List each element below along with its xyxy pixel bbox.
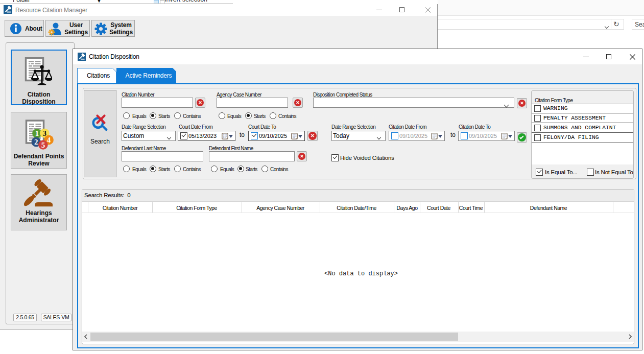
svg-text:1: 1 — [35, 129, 39, 137]
svg-text:3: 3 — [43, 129, 47, 137]
svg-text:4: 4 — [47, 136, 51, 144]
svg-text:5: 5 — [41, 141, 45, 149]
svg-text:2: 2 — [34, 138, 38, 146]
